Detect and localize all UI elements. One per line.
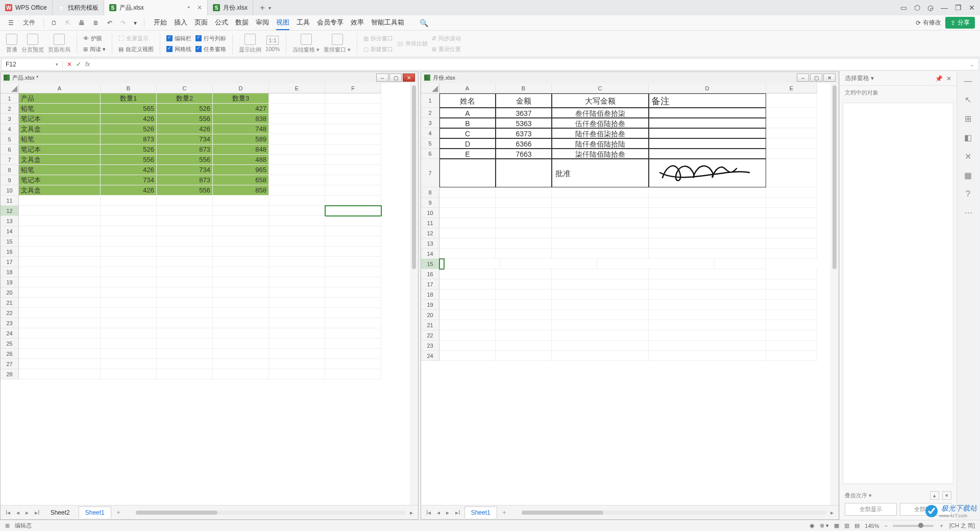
cell[interactable]: 565 [101, 104, 157, 114]
cell[interactable] [496, 249, 552, 259]
cell[interactable]: 6373 [496, 128, 552, 138]
cell[interactable] [552, 310, 649, 320]
cell[interactable]: 数量3 [213, 93, 269, 104]
restore-icon[interactable]: ❐ [955, 4, 962, 12]
sheet-nav-next[interactable]: ▸ [444, 509, 451, 516]
new-tab-button[interactable]: ＋▾ [253, 0, 276, 15]
cell[interactable] [325, 165, 381, 175]
share-button[interactable]: ⇪ 分享 [945, 17, 975, 29]
cell[interactable]: 笔记本 [19, 114, 101, 124]
cell[interactable] [269, 165, 325, 175]
cell[interactable] [496, 198, 552, 208]
cell[interactable]: 文具盒 [19, 155, 101, 165]
cell[interactable] [269, 226, 325, 236]
cell[interactable] [19, 328, 101, 339]
cell[interactable] [157, 247, 213, 257]
cell[interactable]: 556 [101, 155, 157, 165]
fx-pane-icon[interactable]: ⊞ [965, 114, 971, 124]
cell[interactable] [19, 369, 101, 379]
row-header[interactable]: 24 [421, 351, 439, 361]
row-header[interactable]: 13 [421, 238, 439, 249]
col-header[interactable]: F [325, 83, 381, 93]
cell[interactable] [19, 236, 101, 247]
cell[interactable] [766, 341, 817, 351]
cell[interactable] [269, 196, 325, 206]
tab-review[interactable]: 审阅 [256, 16, 269, 30]
cell[interactable] [325, 277, 381, 287]
undo-icon[interactable]: ↶ [104, 17, 115, 29]
cell[interactable] [766, 279, 817, 289]
cell[interactable] [325, 175, 381, 185]
cell[interactable] [213, 349, 269, 359]
cell[interactable]: 426 [101, 114, 157, 124]
cell[interactable] [213, 287, 269, 298]
cell[interactable] [649, 249, 766, 259]
cell[interactable]: 备注 [649, 93, 766, 108]
name-box[interactable]: F12▾ [2, 61, 63, 68]
custom-view[interactable]: ▤ 自定义视图 [118, 45, 154, 53]
col-header[interactable]: D [213, 83, 269, 93]
row-header[interactable]: 18 [421, 289, 439, 300]
sheet-tab-sheet1[interactable]: Sheet1 [79, 506, 111, 518]
view-normal-icon[interactable]: ▦ [834, 522, 839, 529]
cell[interactable] [552, 300, 649, 310]
doc-close-icon[interactable]: ✕ [403, 74, 415, 82]
row-header[interactable]: 1 [421, 93, 439, 108]
cell[interactable]: 数量1 [101, 93, 157, 104]
cell[interactable] [269, 236, 325, 247]
cell[interactable] [325, 267, 381, 277]
cell[interactable] [325, 114, 381, 124]
cell[interactable] [269, 247, 325, 257]
zoom-value[interactable]: 145% [865, 523, 879, 529]
cell[interactable] [496, 341, 552, 351]
row-header[interactable]: 4 [1, 124, 19, 134]
cell[interactable] [552, 289, 649, 300]
cell[interactable] [325, 144, 381, 155]
cell[interactable] [649, 138, 766, 149]
cell[interactable] [269, 298, 325, 308]
cell[interactable] [101, 206, 157, 216]
cell[interactable] [157, 298, 213, 308]
cell[interactable]: E [439, 149, 496, 159]
cell[interactable] [269, 277, 325, 287]
cell[interactable]: 文具盒 [19, 124, 101, 134]
cell[interactable] [439, 198, 496, 208]
more-icon[interactable]: ⋯ [964, 208, 972, 218]
cell[interactable] [766, 238, 817, 249]
cell[interactable] [19, 349, 101, 359]
cell[interactable] [157, 369, 213, 379]
cell[interactable] [101, 339, 157, 349]
cell[interactable] [213, 236, 269, 247]
qat-dropdown-icon[interactable]: ▾ [131, 17, 140, 29]
cell[interactable] [325, 134, 381, 144]
doc-min-icon[interactable]: – [376, 74, 388, 82]
cell[interactable] [552, 341, 649, 351]
style-icon[interactable]: ◧ [964, 133, 972, 142]
cell[interactable] [19, 359, 101, 369]
minimize-icon[interactable]: — [941, 4, 948, 12]
col-header[interactable]: E [766, 83, 817, 93]
cell[interactable] [766, 128, 817, 138]
cell[interactable]: 748 [213, 124, 269, 134]
cell[interactable] [766, 351, 817, 361]
cell[interactable] [552, 228, 649, 238]
cell[interactable] [213, 196, 269, 206]
hscroll[interactable] [522, 509, 826, 516]
cell[interactable] [649, 279, 766, 289]
cell[interactable]: 批准 [552, 159, 649, 187]
cell[interactable] [213, 277, 269, 287]
cell[interactable] [19, 216, 101, 226]
row-header[interactable]: 21 [1, 298, 19, 308]
cell[interactable]: 848 [213, 144, 269, 155]
doc-min-icon[interactable]: – [797, 74, 809, 82]
account-icon[interactable]: ◶ [927, 4, 934, 12]
cell[interactable] [649, 218, 766, 228]
file-menu[interactable]: 文件 [19, 16, 39, 29]
cell[interactable]: 556 [157, 185, 213, 196]
row-header[interactable]: 24 [1, 328, 19, 339]
cell[interactable] [597, 259, 715, 269]
cell[interactable]: 陆仟叁佰陆拾陆 [552, 138, 649, 149]
tab-tools[interactable]: 工具 [297, 16, 310, 30]
formula-input[interactable] [94, 61, 965, 68]
layout-icon[interactable]: ▭ [900, 4, 907, 12]
